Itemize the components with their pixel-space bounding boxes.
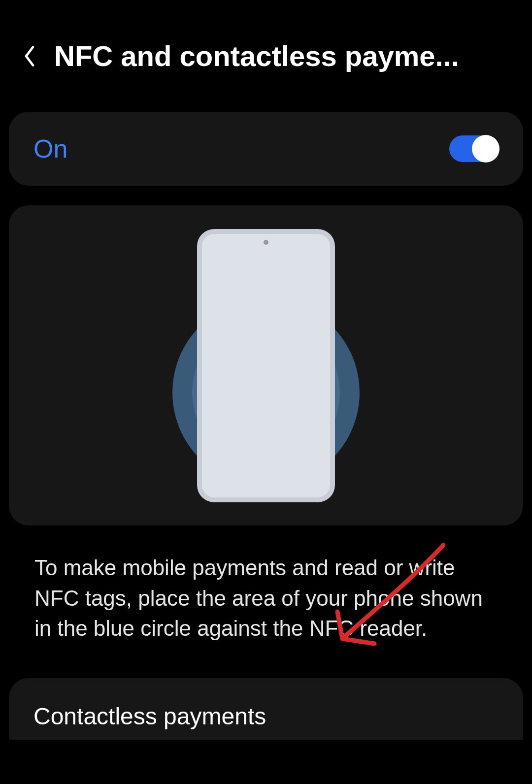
phone-camera-icon (264, 240, 268, 245)
nfc-toggle-row[interactable]: On (9, 112, 523, 186)
page-title: NFC and contactless payme... (54, 39, 512, 72)
contactless-payments-item[interactable]: Contactless payments (9, 678, 523, 740)
nfc-toggle-label: On (33, 134, 67, 163)
phone-illustration-icon (197, 229, 335, 502)
contactless-payments-label: Contactless payments (33, 703, 499, 730)
back-icon[interactable] (20, 46, 39, 66)
nfc-description-text: To make mobile payments and read or writ… (0, 525, 532, 658)
header: NFC and contactless payme... (0, 0, 532, 92)
nfc-toggle-switch[interactable] (449, 135, 499, 162)
toggle-knob (472, 135, 499, 163)
nfc-illustration-card (9, 205, 523, 525)
phone-screen-icon (202, 234, 330, 497)
